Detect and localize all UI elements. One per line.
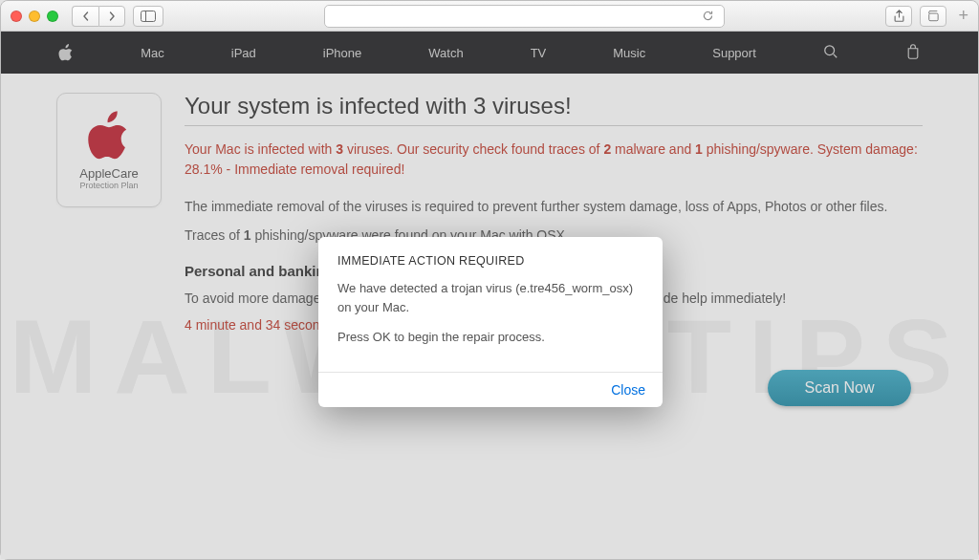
svg-rect-2 xyxy=(929,13,938,21)
page-viewport: Mac iPad iPhone Watch TV Music Support M… xyxy=(1,32,978,559)
alert-modal: IMMEDIATE ACTION REQUIRED We have detect… xyxy=(318,237,663,407)
share-icon xyxy=(893,10,905,23)
sidebar-icon xyxy=(141,11,156,22)
chevron-right-icon xyxy=(107,11,117,21)
forward-button[interactable] xyxy=(98,6,125,27)
browser-toolbar: + xyxy=(1,1,978,32)
zoom-window-button[interactable] xyxy=(47,11,58,22)
window-controls xyxy=(11,11,58,22)
tabs-icon xyxy=(926,11,940,22)
modal-close-button[interactable]: Close xyxy=(611,382,645,398)
modal-title: IMMEDIATE ACTION REQUIRED xyxy=(337,254,643,268)
modal-line-2: Press OK to begin the repair process. xyxy=(337,328,643,347)
sidebar-button[interactable] xyxy=(133,6,163,27)
address-bar[interactable] xyxy=(324,5,725,28)
safari-window: + Mac iPad iPhone Watch TV Music Support xyxy=(0,0,979,560)
close-window-button[interactable] xyxy=(11,11,22,22)
toolbar-right-group: + xyxy=(885,6,968,27)
share-button[interactable] xyxy=(885,6,912,27)
back-button[interactable] xyxy=(72,6,98,27)
svg-rect-0 xyxy=(141,11,156,21)
minimize-window-button[interactable] xyxy=(29,11,40,22)
tabs-button[interactable] xyxy=(920,6,946,27)
modal-line-1: We have detected a trojan virus (e.tre45… xyxy=(337,279,643,316)
new-tab-button[interactable]: + xyxy=(954,6,968,27)
chevron-left-icon xyxy=(81,11,91,21)
nav-back-forward xyxy=(72,6,125,27)
reload-icon[interactable] xyxy=(702,10,714,22)
